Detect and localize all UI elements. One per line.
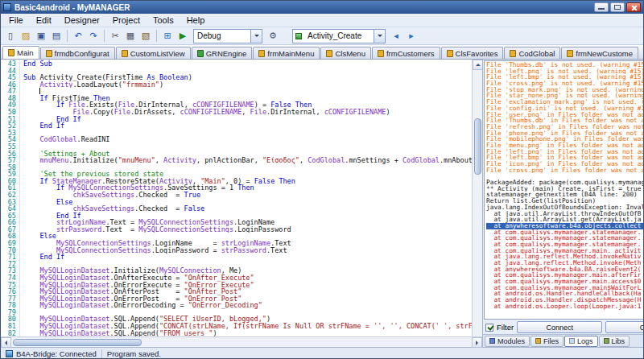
menu-bar: FileEditDesignerProjectToolsHelp [1,14,643,27]
tab-frmmainmenu[interactable]: frmMainMenu [253,47,320,59]
editor-horizontal-scrollbar[interactable] [1,336,482,347]
log-line[interactable]: File 'config.ini' is not used. (warning … [486,105,644,112]
log-line[interactable]: File 'cross.png' is not used. (warning #… [486,80,644,87]
panel-tab-label: Logs [577,337,593,345]
tab-codglobal[interactable]: CodGlobal [504,47,560,59]
cut-icon[interactable]: ✂ [108,29,122,43]
scroll-right-icon[interactable] [472,337,482,348]
panel-tab-files[interactable]: Files [530,336,564,347]
log-line[interactable]: File 'star_none.png' is not used. (warni… [486,93,644,99]
log-line[interactable]: File 'stop_mark.png' is not used. (warni… [486,87,644,93]
log-line[interactable]: at com.qualisys.mymanager.main.access$0 [486,279,644,285]
tab-customlistview[interactable]: CustomListView [116,47,191,59]
log-line[interactable]: at java.lang.reflect.Method.invoke(Meth [486,260,644,266]
menu-help[interactable]: Help [180,14,212,27]
log-line[interactable]: at java.lang.reflect.Method.invokeNativ [486,254,644,260]
menu-edit[interactable]: Edit [30,14,58,27]
open-project-icon[interactable]: ▨ [19,29,33,43]
log-line[interactable]: at com.qualisys.mymanager.main$WaitForL [486,285,644,291]
horizontal-scroll-thumb[interactable] [13,339,142,346]
panel-tab-libs[interactable]: Libs [599,336,630,347]
compile-settings-icon[interactable]: ⚙ [266,29,280,43]
code-editor[interactable]: 43End Sub4445Sub Activity_Create(FirstTi… [1,60,482,336]
log-line[interactable]: at java.util.ArrayList.throwIndexOutOfB [486,211,644,217]
clear-button[interactable]: Clear [605,321,644,333]
log-line[interactable]: File 'cross.png' in Files folder was not… [486,167,644,174]
redo-icon[interactable]: ↷ [86,29,101,43]
new-file-icon[interactable]: ▯ [3,29,18,43]
tab-main[interactable]: Main [2,46,39,59]
log-line[interactable]: File 'Thumbs.db' in Files folder was not… [486,118,644,124]
menu-tools[interactable]: Tools [147,14,180,27]
log-line[interactable] [486,173,644,180]
tab-clsmenu[interactable]: ClsMenu [320,47,371,59]
editor-vertical-scrollbar[interactable] [472,60,482,336]
app-window: Basic4android - MyMANAGER FileEditDesign… [0,0,644,359]
log-line[interactable]: ** Activity (main) Create, isFirst = tru… [486,186,644,192]
code-text: 'Settings + About [23,151,472,158]
log-line[interactable]: File 'mobilephone.png' in Files folder w… [486,136,644,142]
undo-icon[interactable]: ↶ [71,29,85,43]
log-line[interactable]: File 'refresh.png' in Files folder was n… [486,124,644,130]
copy-icon[interactable]: ▦ [123,29,138,43]
filter-checkbox[interactable] [485,324,493,332]
log-line[interactable]: at anywheresoftware.b4a.objects.collect [486,223,644,229]
log-line[interactable]: File 'icon.png' in Files folder was not … [486,161,644,167]
compile-run-icon[interactable]: ▶ [175,29,190,43]
menu-designer[interactable]: Designer [58,14,106,27]
tab-frmcustomers[interactable]: frmCustomers [372,47,440,59]
log-line[interactable]: PackageAdded: package(com.qualisys.myman… [486,180,644,186]
next-sub-icon[interactable]: ▸ [404,29,419,43]
log-line[interactable]: at android.os.Handler.dispatchMessage(H [486,297,644,303]
tab-frmdbconfigurat[interactable]: frmdbConfigurat [40,47,115,59]
log-line[interactable]: File 'exclamation_mark.png' is not used.… [486,99,644,105]
log-line[interactable]: at com.qualisys.mymanager.statemanager. [486,241,644,248]
log-line[interactable]: at android.os.Looper.loop(Looper.java:1 [486,303,644,310]
tab-label: ClsMenu [335,49,365,58]
minimize-button[interactable] [594,2,609,12]
code-text: Sub Activity_Create(FirstTime As Boolean… [23,74,472,81]
vertical-scroll-thumb[interactable] [474,118,481,175]
log-line[interactable]: at com.qualisys.mymanager.main._activit [486,248,644,254]
code-text [23,68,472,75]
module-icon [567,50,573,57]
tab-frmnewcustome[interactable]: frmNewCustome [561,47,638,59]
log-line[interactable]: statemanager_getnextitem (B4A line: 200) [486,192,644,198]
log-line[interactable]: at com.qualisys.mymanager.main.afterFir [486,272,644,279]
designer-icon[interactable]: ⊞ [160,29,175,43]
save-all-icon[interactable]: ▤ [49,29,64,43]
log-line[interactable]: File 'left.bmp' in Files folder was not … [486,155,644,161]
panel-tab-modules[interactable]: Modules [485,336,530,347]
log-line[interactable]: at com.qualisys.mymanager.statemanager. [486,235,644,241]
log-line[interactable]: at java.util.ArrayList.get(ArrayList.ja [486,217,644,223]
log-line[interactable]: File 'Thumbs.db' is not used. (warning #… [486,62,644,68]
tab-clsfavorites[interactable]: ClsFavorites [441,47,504,59]
save-icon[interactable]: ▣ [34,29,48,43]
log-line[interactable]: at android.os.Handler.handleCallback(Ha [486,291,644,297]
log-line[interactable]: File 'user.png' in Files folder was not … [486,112,644,118]
build-configuration-select[interactable]: Debug [193,29,262,43]
paste-icon[interactable]: ▧ [138,29,153,43]
connect-button[interactable]: Connect [517,321,602,333]
menu-file[interactable]: File [2,14,30,27]
menu-project[interactable]: Project [106,14,147,27]
scroll-left-icon[interactable] [1,337,11,348]
maximize-button[interactable] [610,2,625,12]
close-button[interactable] [626,2,641,12]
current-sub-select[interactable]: Activity_Create [292,29,386,43]
log-line[interactable]: File 'left.png' is not used. (warning #1… [486,68,644,75]
log-line[interactable]: File 'menu.png' in Files folder was not … [486,142,644,149]
log-line[interactable]: java.lang.IndexOutOfBoundsException: Inv… [486,204,644,211]
panel-tab-logs[interactable]: Logs [564,336,598,347]
log-line[interactable]: at com.qualisys.mymanager.statemanager. [486,229,644,236]
log-line[interactable]: Return list.Get(listPosition) [486,198,644,204]
toolbar-separator [156,30,157,42]
previous-sub-icon[interactable]: ◂ [389,29,403,43]
log-line[interactable]: File 'phone.png' in Files folder was not… [486,130,644,137]
code-text: If MySQLConnectionSettings.SaveSettings … [23,184,472,192]
log-line[interactable]: File 'left.bmp' is not used. (warning #1… [486,74,644,80]
tab-grnengine[interactable]: GRNEngine [192,47,253,59]
log-line[interactable]: File 'left.png' in Files folder was not … [486,149,644,155]
log-line[interactable]: at anywheresoftware.b4a.BA.raiseEvent2( [486,266,644,273]
scroll-up-icon[interactable] [473,60,483,70]
